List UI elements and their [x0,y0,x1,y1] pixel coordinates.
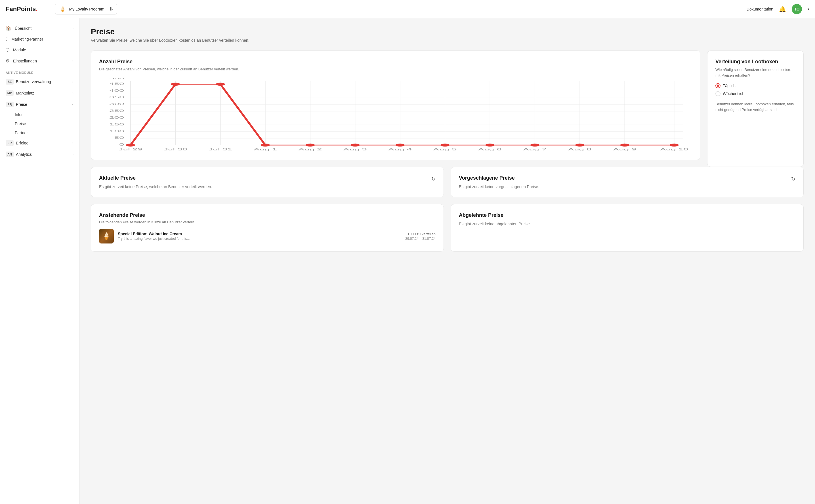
page-title: Preise [91,27,804,36]
svg-text:400: 400 [109,89,124,92]
chart-line [131,84,674,145]
svg-text:Aug 3: Aug 3 [343,148,367,151]
price-item-walnut[interactable]: 🍦 Special Edition: Walnut Ice Cream Try … [99,229,436,243]
vorgeschlagene-preise-empty: Es gibt zurzeit keine vorgeschlagenen Pr… [459,184,795,189]
sidebar-item-analytics[interactable]: AN Analytics › [0,149,79,160]
home-icon: 🏠 [6,26,11,31]
logo-text: FanPoints [6,5,36,13]
sidebar-item-einstellungen[interactable]: ⚙ Einstellungen › [0,55,79,66]
svg-text:150: 150 [109,123,124,126]
user-chevron-icon[interactable]: ▾ [808,7,809,11]
price-qty: 1000 zu verteilen [405,232,436,236]
abgelehnte-preise-title: Abgelehnte Preise [459,212,795,218]
sidebar-item-uebersicht[interactable]: 🏠 Übersicht › [0,23,79,34]
svg-text:Aug 5: Aug 5 [433,148,457,151]
app-header: FanPoints. 🍦 My Loyalty Program ⇅ Dokume… [0,0,815,18]
sidebar-item-benutzerverwaltung[interactable]: BE Benutzerverwaltung › [0,76,79,87]
data-point [620,144,629,147]
svg-text:300: 300 [109,102,124,106]
svg-text:Jul 30: Jul 30 [163,148,187,151]
chevron-right-icon: › [72,141,73,145]
header-right: Dokumentation 🔔 TO ▾ [747,4,809,14]
aktuelle-preise-empty: Es gibt zurzeit keine Preise, welche an … [99,184,436,189]
line-chart: 0 50 100 150 200 250 300 350 400 450 500 [99,78,692,152]
lootbox-panel-title: Verteilung von Lootboxen [715,59,795,65]
sidebar-item-marketing-partner[interactable]: ⤴ Marketing-Partner [0,34,79,44]
vorgeschlagene-preise-header: Vorgeschlagene Preise ↻ [459,175,795,183]
sidebar-item-erfolge[interactable]: ER Erfolge › [0,137,79,149]
data-point [306,144,315,147]
data-point [126,144,135,147]
user-avatar[interactable]: TO [792,4,802,14]
lootbox-note: Benutzer können leere Lootboxen erhalten… [715,101,795,112]
sidebar-item-preise[interactable]: PR Preise › [0,99,79,110]
data-point [171,83,180,86]
refresh-vorgeschlagene-icon[interactable]: ↻ [791,176,795,182]
doc-link[interactable]: Dokumentation [747,7,773,11]
share-icon: ⤴ [6,37,8,41]
svg-text:Aug 6: Aug 6 [478,148,502,151]
data-point [530,144,539,147]
data-point [261,144,270,147]
data-point [216,83,225,86]
radio-circle-woechentlich [715,91,721,96]
chart-subtitle: Die geschätze Anzahl von Preisen, welche… [99,67,692,71]
price-thumbnail: 🍦 [99,229,114,243]
svg-text:100: 100 [109,129,124,133]
svg-text:500: 500 [109,78,124,80]
sidebar-section-label: Aktive Module [0,66,79,76]
sidebar-label-analytics: Analytics [16,152,72,157]
radio-group: Täglich Wöchentlich [715,83,795,96]
price-meta: 1000 zu verteilen 29.07.24 – 31.07.24 [405,232,436,241]
svg-text:350: 350 [109,96,124,99]
program-selector[interactable]: 🍦 My Loyalty Program ⇅ [55,4,117,14]
radio-label-taeglich: Täglich [723,83,736,88]
data-point [440,144,449,147]
data-point [351,144,360,147]
logo: FanPoints. [6,5,37,13]
sidebar-sub-preise[interactable]: Preise [0,119,79,128]
badge-be: BE [6,79,14,85]
price-date: 29.07.24 – 31.07.24 [405,237,436,241]
radio-taeglich[interactable]: Täglich [715,83,795,88]
chart-row: Anzahl Preise Die geschätze Anzahl von P… [91,51,804,167]
logo-dot: . [36,5,37,13]
sidebar-item-marktplatz[interactable]: MP Marktplatz › [0,87,79,99]
anstehende-preise-title: Anstehende Preise [99,212,436,218]
bell-icon[interactable]: 🔔 [779,6,786,12]
aktuelle-preise-card: Aktuelle Preise ↻ Es gibt zurzeit keine … [91,167,444,197]
radio-woechentlich[interactable]: Wöchentlich [715,91,795,96]
anstehende-preise-card: Anstehende Preise Die folgenden Preise w… [91,204,444,252]
sidebar-label-einstellungen: Einstellungen [13,59,72,63]
svg-text:50: 50 [114,136,124,140]
data-point [486,144,495,147]
chart-card: Anzahl Preise Die geschätze Anzahl von P… [91,51,700,160]
app-layout: 🏠 Übersicht › ⤴ Marketing-Partner ⬡ Modu… [0,18,815,504]
sidebar-label-module: Module [13,48,73,52]
program-chevron-icon: ⇅ [109,6,113,12]
svg-text:Jul 31: Jul 31 [208,148,232,151]
svg-text:Aug 4: Aug 4 [388,148,412,151]
aktuelle-preise-title: Aktuelle Preise [99,175,136,181]
chevron-right-icon: › [72,80,73,83]
sidebar-label-benutzerverwaltung: Benutzerverwaltung [16,79,72,84]
chevron-right-icon: › [72,91,73,95]
chevron-down-icon: › [71,104,75,105]
sidebar-label-marktplatz: Marktplatz [16,91,72,95]
sidebar-sub-infos[interactable]: Infos [0,110,79,119]
sub-label-partner: Partner [15,131,28,135]
svg-text:Aug 9: Aug 9 [613,148,637,151]
aktuelle-preise-header: Aktuelle Preise ↻ [99,175,436,183]
price-info: Special Edition: Walnut Ice Cream Try th… [118,232,401,241]
svg-text:Aug 1: Aug 1 [253,148,277,151]
svg-text:Aug 10: Aug 10 [660,148,688,151]
svg-text:Aug 8: Aug 8 [568,148,592,151]
sidebar-sub-partner[interactable]: Partner [0,128,79,137]
anstehende-preise-subtitle: Die folgenden Preise werden in Kürze an … [99,220,436,224]
refresh-aktuelle-icon[interactable]: ↻ [431,176,436,182]
sidebar-item-module[interactable]: ⬡ Module [0,44,79,55]
svg-text:450: 450 [109,82,124,85]
sidebar: 🏠 Übersicht › ⤴ Marketing-Partner ⬡ Modu… [0,18,79,504]
svg-text:Aug 2: Aug 2 [299,148,322,151]
program-icon: 🍦 [59,6,66,12]
